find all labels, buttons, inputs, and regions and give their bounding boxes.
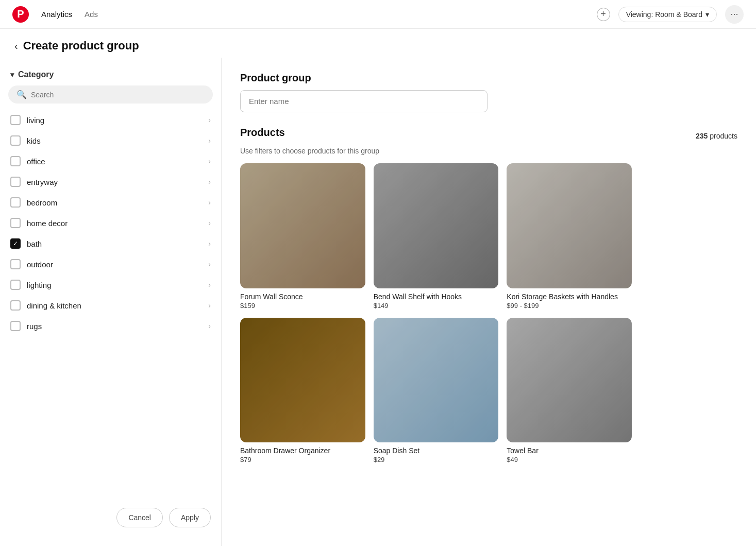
chevron-right-icon: › — [208, 281, 211, 289]
product-image-4 — [374, 318, 499, 443]
product-image-5 — [507, 318, 632, 443]
chevron-right-icon: › — [208, 301, 211, 310]
category-label-office: office — [27, 157, 202, 166]
category-item-office[interactable]: office › — [0, 151, 221, 171]
category-label-living: living — [27, 116, 202, 125]
checkbox-bedroom[interactable] — [10, 197, 21, 208]
search-box: 🔍 — [8, 85, 213, 104]
category-label-dining-&-kitchen: dining & kitchen — [27, 301, 202, 310]
chevron-right-icon: › — [208, 239, 211, 248]
search-icon: 🔍 — [16, 90, 27, 99]
product-card-2[interactable]: Kori Storage Baskets with Handles $99 - … — [507, 163, 632, 310]
category-label-home-decor: home decor — [27, 219, 202, 228]
svg-rect-4 — [374, 318, 499, 443]
nav-left: P Analytics Ads — [12, 6, 98, 23]
nav-ads[interactable]: Ads — [85, 10, 98, 19]
category-item-rugs[interactable]: rugs › — [0, 316, 221, 336]
svg-rect-2 — [507, 163, 632, 288]
product-group-title: Product group — [240, 72, 737, 84]
product-card-5[interactable]: Towel Bar $49 — [507, 318, 632, 464]
product-price-1: $149 — [374, 302, 499, 310]
sidebar-buttons: Cancel Apply — [0, 497, 221, 538]
main-layout: ▾ Category 🔍 living › kids › office › en… — [0, 58, 756, 546]
product-price-2: $99 - $199 — [507, 302, 632, 310]
category-item-bath[interactable]: bath › — [0, 233, 221, 254]
product-name-3: Bathroom Drawer Organizer — [240, 446, 365, 455]
product-image-3 — [240, 318, 365, 443]
category-item-home-decor[interactable]: home decor › — [0, 213, 221, 233]
category-label-kids: kids — [27, 136, 202, 145]
checkbox-lighting[interactable] — [10, 280, 21, 290]
category-item-lighting[interactable]: lighting › — [0, 274, 221, 295]
checkbox-outdoor[interactable] — [10, 259, 21, 269]
category-item-dining-&-kitchen[interactable]: dining & kitchen › — [0, 295, 221, 316]
category-item-kids[interactable]: kids › — [0, 130, 221, 151]
checkbox-kids[interactable] — [10, 135, 21, 146]
category-list: living › kids › office › entryway › bedr… — [0, 110, 221, 497]
chevron-right-icon: › — [208, 322, 211, 330]
product-image-0 — [240, 163, 365, 288]
checkbox-bath[interactable] — [10, 238, 21, 249]
category-item-living[interactable]: living › — [0, 110, 221, 130]
product-price-0: $159 — [240, 302, 365, 310]
product-image-1 — [374, 163, 499, 288]
products-title: Products — [240, 127, 285, 139]
nav-analytics[interactable]: Analytics — [41, 10, 72, 19]
apply-button[interactable]: Apply — [169, 508, 211, 527]
category-label-rugs: rugs — [27, 322, 202, 331]
product-card-1[interactable]: Bend Wall Shelf with Hooks $149 — [374, 163, 499, 310]
product-image-2 — [507, 163, 632, 288]
category-item-bedroom[interactable]: bedroom › — [0, 192, 221, 213]
product-name-4: Soap Dish Set — [374, 446, 499, 455]
viewing-button[interactable]: Viewing: Room & Board ▾ — [618, 7, 717, 22]
product-price-3: $79 — [240, 456, 365, 463]
product-name-1: Bend Wall Shelf with Hooks — [374, 293, 499, 301]
page-title: Create product group — [23, 39, 139, 53]
checkbox-dining-&-kitchen[interactable] — [10, 300, 21, 311]
product-group-name-input[interactable] — [240, 90, 488, 112]
checkbox-living[interactable] — [10, 115, 21, 125]
product-card-0[interactable]: Forum Wall Sconce $159 — [240, 163, 365, 310]
chevron-right-icon: › — [208, 219, 211, 227]
chevron-right-icon: › — [208, 157, 211, 165]
main-content: Product group Products 235 products Use … — [222, 58, 756, 546]
viewing-plus-icon[interactable]: + — [597, 8, 610, 21]
checkbox-entryway[interactable] — [10, 177, 21, 187]
chevron-right-icon: › — [208, 260, 211, 268]
svg-rect-5 — [507, 318, 632, 443]
pinterest-logo[interactable]: P — [12, 6, 29, 23]
chevron-down-icon: ▾ — [10, 71, 14, 79]
category-header: ▾ Category — [0, 66, 221, 85]
category-label: Category — [18, 70, 54, 79]
page-header: ‹ Create product group — [0, 29, 756, 58]
products-subtitle: Use filters to choose products for this … — [240, 147, 737, 155]
category-item-outdoor[interactable]: outdoor › — [0, 254, 221, 274]
product-card-3[interactable]: Bathroom Drawer Organizer $79 — [240, 318, 365, 464]
chevron-right-icon: › — [208, 178, 211, 186]
more-button[interactable]: ··· — [725, 5, 744, 24]
sidebar: ▾ Category 🔍 living › kids › office › en… — [0, 58, 222, 546]
checkbox-home-decor[interactable] — [10, 218, 21, 228]
nav-right: + Viewing: Room & Board ▾ ··· — [597, 5, 744, 24]
product-card-4[interactable]: Soap Dish Set $29 — [374, 318, 499, 464]
checkbox-rugs[interactable] — [10, 321, 21, 331]
svg-rect-3 — [240, 318, 365, 443]
category-item-entryway[interactable]: entryway › — [0, 171, 221, 192]
product-name-5: Towel Bar — [507, 446, 632, 455]
product-grid: Forum Wall Sconce $159 Bend Wall Shelf w… — [240, 163, 632, 463]
product-name-0: Forum Wall Sconce — [240, 293, 365, 301]
svg-rect-1 — [374, 163, 499, 288]
category-label-outdoor: outdoor — [27, 260, 202, 269]
product-price-4: $29 — [374, 456, 499, 463]
chevron-right-icon: › — [208, 116, 211, 124]
cancel-button[interactable]: Cancel — [116, 508, 163, 527]
chevron-right-icon: › — [208, 136, 211, 145]
back-button[interactable]: ‹ — [14, 40, 18, 52]
checkbox-office[interactable] — [10, 156, 21, 166]
top-nav: P Analytics Ads + Viewing: Room & Board … — [0, 0, 756, 29]
product-name-2: Kori Storage Baskets with Handles — [507, 293, 632, 301]
products-header: Products 235 products — [240, 127, 737, 145]
chevron-right-icon: › — [208, 198, 211, 207]
search-input[interactable] — [31, 91, 205, 99]
product-group-section: Product group — [240, 72, 737, 112]
